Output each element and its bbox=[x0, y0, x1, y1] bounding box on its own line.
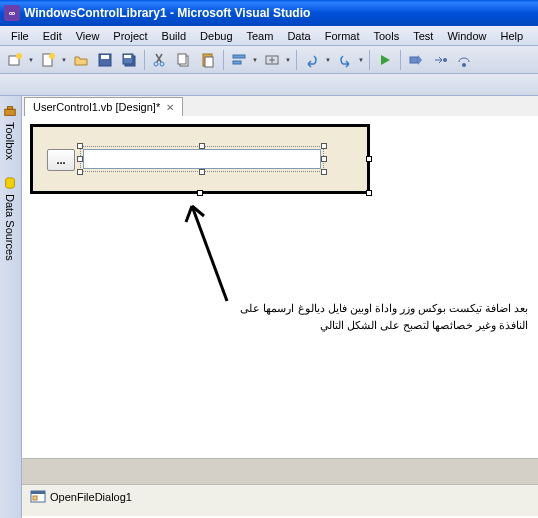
svg-rect-21 bbox=[5, 109, 16, 115]
menu-test[interactable]: Test bbox=[406, 28, 440, 44]
designer-area[interactable]: ... بعد اضافة تيكست bbox=[22, 116, 538, 516]
tray-item-label: OpenFileDialog1 bbox=[50, 491, 132, 503]
save-all-button[interactable] bbox=[118, 49, 140, 71]
datasources-icon bbox=[3, 176, 17, 190]
align-button[interactable] bbox=[228, 49, 250, 71]
step-over-button[interactable] bbox=[453, 49, 475, 71]
titlebar-text: WindowsControlLibrary1 - Microsoft Visua… bbox=[24, 6, 310, 20]
svg-rect-5 bbox=[101, 55, 109, 59]
svg-point-19 bbox=[443, 58, 447, 62]
svg-point-10 bbox=[160, 62, 164, 66]
start-button[interactable] bbox=[374, 49, 396, 71]
toolbar: ▼ ▼ ▼ ▼ ▼ ▼ bbox=[0, 46, 538, 74]
dropdown-icon[interactable]: ▼ bbox=[324, 57, 332, 63]
component-tray: OpenFileDialog1 bbox=[22, 458, 538, 516]
menu-help[interactable]: Help bbox=[494, 28, 531, 44]
designer-button[interactable]: ... bbox=[47, 149, 75, 171]
redo-button[interactable] bbox=[334, 49, 356, 71]
new-project-button[interactable] bbox=[4, 49, 26, 71]
toolbox-tab[interactable]: Toolbox bbox=[0, 96, 20, 168]
dropdown-icon[interactable]: ▼ bbox=[251, 57, 259, 63]
annotation-line2: النافذة وغير خصائصها لتصبح على الشكل الت… bbox=[58, 317, 528, 334]
resize-handle[interactable] bbox=[366, 156, 372, 162]
dropdown-icon[interactable]: ▼ bbox=[357, 57, 365, 63]
workspace: Toolbox Data Sources UserControl1.vb [De… bbox=[0, 96, 538, 518]
resize-handle[interactable] bbox=[366, 190, 372, 196]
usercontrol-surface[interactable]: ... bbox=[30, 124, 370, 194]
menubar: File Edit View Project Build Debug Team … bbox=[0, 26, 538, 46]
dropdown-icon[interactable]: ▼ bbox=[27, 57, 35, 63]
svg-rect-15 bbox=[233, 55, 245, 58]
tray-item-openfiledialog[interactable]: OpenFileDialog1 bbox=[22, 485, 140, 509]
annotation-line1: بعد اضافة تيكست بوكس وزر واداة اوبين فاي… bbox=[58, 300, 528, 317]
separator bbox=[400, 50, 401, 70]
svg-rect-16 bbox=[233, 61, 241, 64]
save-button[interactable] bbox=[94, 49, 116, 71]
tabstrip: UserControl1.vb [Design]* ✕ bbox=[22, 96, 538, 116]
resize-handle[interactable] bbox=[199, 169, 205, 175]
designer-button-label: ... bbox=[56, 154, 65, 166]
toolbox-icon bbox=[3, 104, 17, 118]
dropdown-icon[interactable]: ▼ bbox=[60, 57, 68, 63]
svg-rect-18 bbox=[410, 57, 418, 63]
titlebar: ∞ WindowsControlLibrary1 - Microsoft Vis… bbox=[0, 0, 538, 26]
svg-rect-22 bbox=[7, 107, 12, 110]
cut-button[interactable] bbox=[149, 49, 171, 71]
separator bbox=[369, 50, 370, 70]
svg-rect-14 bbox=[205, 57, 213, 67]
open-button[interactable] bbox=[70, 49, 92, 71]
svg-rect-12 bbox=[178, 54, 186, 64]
menu-tools[interactable]: Tools bbox=[367, 28, 407, 44]
menu-build[interactable]: Build bbox=[155, 28, 193, 44]
nav-back-button[interactable] bbox=[405, 49, 427, 71]
menu-team[interactable]: Team bbox=[240, 28, 281, 44]
file-tab[interactable]: UserControl1.vb [Design]* ✕ bbox=[24, 97, 183, 116]
menu-file[interactable]: File bbox=[4, 28, 36, 44]
separator bbox=[144, 50, 145, 70]
add-item-button[interactable] bbox=[37, 49, 59, 71]
menu-edit[interactable]: Edit bbox=[36, 28, 69, 44]
separator bbox=[296, 50, 297, 70]
svg-point-3 bbox=[49, 53, 55, 59]
resize-handle[interactable] bbox=[321, 169, 327, 175]
size-button[interactable] bbox=[261, 49, 283, 71]
toolbar-secondary bbox=[0, 74, 538, 96]
tray-header bbox=[22, 459, 538, 485]
svg-rect-8 bbox=[124, 55, 131, 58]
vs-icon: ∞ bbox=[4, 5, 20, 21]
menu-window[interactable]: Window bbox=[440, 28, 493, 44]
svg-rect-26 bbox=[33, 496, 37, 500]
menu-format[interactable]: Format bbox=[318, 28, 367, 44]
svg-point-9 bbox=[154, 62, 158, 66]
toolbox-label: Toolbox bbox=[4, 122, 16, 160]
svg-point-1 bbox=[16, 53, 22, 59]
svg-rect-25 bbox=[31, 491, 45, 494]
datasources-label: Data Sources bbox=[4, 194, 16, 261]
menu-data[interactable]: Data bbox=[280, 28, 317, 44]
resize-handle[interactable] bbox=[321, 143, 327, 149]
annotation-text: بعد اضافة تيكست بوكس وزر واداة اوبين فاي… bbox=[58, 300, 528, 333]
menu-debug[interactable]: Debug bbox=[193, 28, 239, 44]
resize-handle[interactable] bbox=[199, 143, 205, 149]
openfiledialog-icon bbox=[30, 489, 46, 505]
resize-handle[interactable] bbox=[77, 156, 83, 162]
close-icon[interactable]: ✕ bbox=[166, 102, 174, 113]
menu-project[interactable]: Project bbox=[106, 28, 154, 44]
side-tabs: Toolbox Data Sources bbox=[0, 96, 22, 518]
resize-handle[interactable] bbox=[321, 156, 327, 162]
selection-outline bbox=[80, 146, 324, 172]
undo-button[interactable] bbox=[301, 49, 323, 71]
svg-point-20 bbox=[462, 63, 466, 67]
content-area: UserControl1.vb [Design]* ✕ ... bbox=[22, 96, 538, 518]
datasources-tab[interactable]: Data Sources bbox=[0, 168, 20, 269]
file-tab-label: UserControl1.vb [Design]* bbox=[33, 101, 160, 113]
separator bbox=[223, 50, 224, 70]
resize-handle[interactable] bbox=[77, 169, 83, 175]
copy-button[interactable] bbox=[173, 49, 195, 71]
menu-view[interactable]: View bbox=[69, 28, 107, 44]
step-button[interactable] bbox=[429, 49, 451, 71]
paste-button[interactable] bbox=[197, 49, 219, 71]
resize-handle[interactable] bbox=[77, 143, 83, 149]
annotation-arrow bbox=[172, 196, 252, 306]
dropdown-icon[interactable]: ▼ bbox=[284, 57, 292, 63]
